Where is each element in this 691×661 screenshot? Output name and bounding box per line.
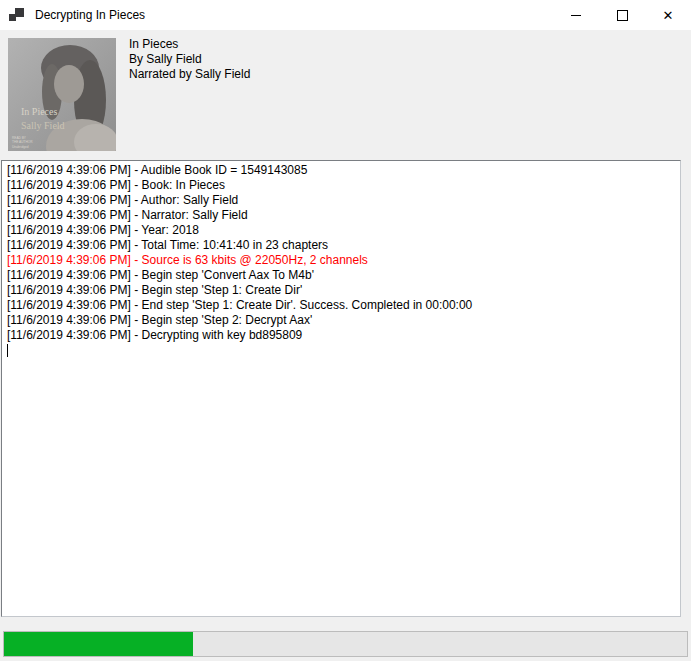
- title-bar[interactable]: Decrypting In Pieces ✕: [0, 0, 691, 30]
- log-line: [11/6/2019 4:39:06 PM] - Book: In Pieces: [7, 178, 680, 193]
- log-line: [11/6/2019 4:39:06 PM] - Year: 2018: [7, 223, 680, 238]
- progress-bar: [3, 631, 688, 657]
- book-narrator-line: Narrated by Sally Field: [129, 67, 250, 82]
- cover-title-text: In Pieces: [21, 106, 57, 117]
- maximize-button[interactable]: [599, 0, 645, 30]
- cover-readby-line2: THE AUTHOR: [12, 140, 33, 144]
- log-line: [11/6/2019 4:39:06 PM] - Audible Book ID…: [7, 163, 680, 178]
- book-title: In Pieces: [129, 37, 250, 52]
- text-caret: [7, 344, 8, 357]
- close-icon: ✕: [663, 8, 674, 23]
- log-line: [11/6/2019 4:39:06 PM] - Begin step 'Con…: [7, 268, 680, 283]
- cover-author-text: Sally Field: [21, 120, 65, 131]
- log-line: [11/6/2019 4:39:06 PM] - Total Time: 10:…: [7, 238, 680, 253]
- minimize-icon: [571, 15, 581, 16]
- log-line: [11/6/2019 4:39:06 PM] - End step 'Step …: [7, 298, 680, 313]
- minimize-button[interactable]: [553, 0, 599, 30]
- maximize-icon: [617, 10, 628, 21]
- log-line: [11/6/2019 4:39:06 PM] - Decrypting with…: [7, 328, 680, 343]
- app-icon: [9, 7, 25, 23]
- window-controls: ✕: [553, 0, 691, 30]
- window-title: Decrypting In Pieces: [35, 8, 145, 22]
- cover-edition-text: Unabridged: [12, 145, 29, 149]
- log-line: [11/6/2019 4:39:06 PM] - Begin step 'Ste…: [7, 283, 680, 298]
- app-window: Decrypting In Pieces ✕: [0, 0, 691, 661]
- log-line: [11/6/2019 4:39:06 PM] - Author: Sally F…: [7, 193, 680, 208]
- progress-fill: [4, 632, 193, 656]
- log-line: [11/6/2019 4:39:06 PM] - Begin step 'Ste…: [7, 313, 680, 328]
- book-author-line: By Sally Field: [129, 52, 250, 67]
- log-textbox[interactable]: [11/6/2019 4:39:06 PM] - Audible Book ID…: [1, 160, 681, 617]
- book-info: In Pieces By Sally Field Narrated by Sal…: [129, 37, 250, 82]
- log-line: [11/6/2019 4:39:06 PM] - Source is 63 kb…: [7, 253, 680, 268]
- close-button[interactable]: ✕: [645, 0, 691, 30]
- book-cover: In Pieces Sally Field READ BY THE AUTHOR…: [8, 38, 116, 151]
- log-line: [11/6/2019 4:39:06 PM] - Narrator: Sally…: [7, 208, 680, 223]
